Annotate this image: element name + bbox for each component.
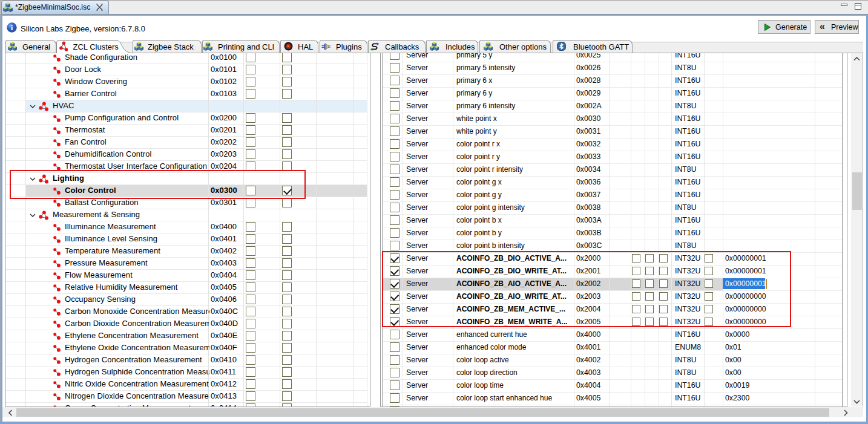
svg-text:i: i: [11, 23, 13, 32]
